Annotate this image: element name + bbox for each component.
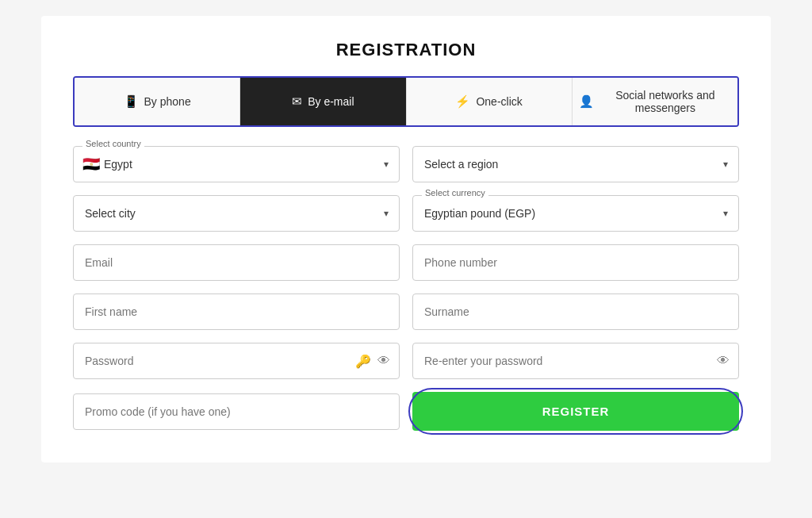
- register-group: REGISTER: [412, 392, 739, 431]
- surname-input[interactable]: [412, 294, 739, 330]
- surname-group: [412, 294, 739, 330]
- country-select[interactable]: Egypt: [73, 146, 400, 182]
- password-group: 🔑 👁: [73, 343, 400, 379]
- email-icon: ✉: [292, 94, 302, 109]
- bolt-icon: ⚡: [455, 94, 470, 109]
- promo-group: [73, 393, 400, 430]
- tab-social[interactable]: 👤 Social networks and messengers: [573, 78, 737, 125]
- tab-phone[interactable]: 📱 By phone: [75, 78, 240, 125]
- promo-input[interactable]: [73, 393, 400, 430]
- phone-group: [412, 244, 739, 281]
- email-input[interactable]: [73, 244, 400, 281]
- tab-oneclick[interactable]: ⚡ One-click: [407, 78, 573, 125]
- repassword-input[interactable]: [412, 343, 739, 379]
- people-icon: 👤: [579, 94, 594, 109]
- firstname-input[interactable]: [73, 294, 400, 330]
- tabs-wrapper: 📱 By phone ✉ By e-mail ⚡ One-click 👤 Soc…: [73, 76, 739, 127]
- eye-icon[interactable]: 👁: [717, 354, 730, 368]
- country-group: Select country 🇪🇬 Egypt ▾: [73, 146, 400, 182]
- repassword-group: 👁: [412, 343, 739, 379]
- password-input[interactable]: [73, 343, 400, 379]
- currency-group: Select currency Egyptian pound (EGP) ▾: [412, 195, 739, 232]
- phone-input[interactable]: [412, 244, 739, 281]
- registration-container: REGISTRATION 📱 By phone ✉ By e-mail ⚡ On…: [41, 16, 771, 462]
- city-group: Select city ▾: [73, 195, 400, 232]
- tab-oneclick-label: One-click: [476, 95, 522, 108]
- currency-label: Select currency: [422, 188, 488, 198]
- register-button[interactable]: REGISTER: [412, 392, 739, 431]
- currency-select[interactable]: Egyptian pound (EGP): [412, 195, 739, 232]
- phone-icon: 📱: [124, 94, 139, 109]
- firstname-group: [73, 294, 400, 330]
- repassword-icons: 👁: [717, 354, 730, 368]
- region-select[interactable]: Select a region: [412, 146, 739, 182]
- last-row: REGISTER: [73, 392, 739, 431]
- tab-email[interactable]: ✉ By e-mail: [240, 78, 406, 125]
- city-select[interactable]: Select city: [73, 195, 400, 232]
- region-group: Select a region ▾: [412, 146, 739, 182]
- country-label: Select country: [82, 139, 144, 148]
- key-icon: 🔑: [355, 354, 371, 369]
- tab-email-label: By e-mail: [308, 95, 354, 108]
- form-grid: Select country 🇪🇬 Egypt ▾ Select a regio…: [73, 146, 739, 379]
- eye-icon[interactable]: 👁: [377, 354, 390, 369]
- tab-social-label: Social networks and messengers: [599, 89, 731, 114]
- password-icons: 🔑 👁: [355, 354, 390, 369]
- email-group: [73, 244, 400, 281]
- page-title: REGISTRATION: [73, 40, 739, 60]
- tab-phone-label: By phone: [144, 95, 191, 108]
